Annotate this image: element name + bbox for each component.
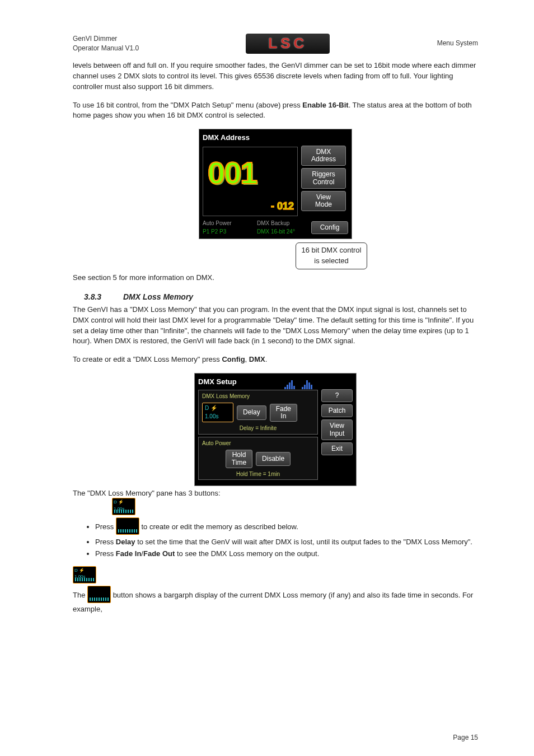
b1b: to create or edit the memory as describe…	[139, 522, 298, 531]
b3a: Press	[95, 549, 116, 558]
status-dmx-backup-title: DMX Backup	[257, 220, 311, 228]
btn-delay[interactable]: Delay	[237, 405, 266, 419]
bullet-list: Press D ⚡ 1.00s to create or edit the me…	[73, 519, 478, 559]
status-auto-power-title: Auto Power	[203, 220, 257, 228]
btn-hold-time[interactable]: Hold Time	[226, 450, 252, 468]
inline-mini-icon-inline: D ⚡ 1.00s	[87, 586, 111, 603]
dmx-display: 001 - 012	[203, 147, 298, 216]
section-heading: 3.8.3 DMX Loss Memory	[73, 291, 478, 302]
p5d-bold: DMX	[249, 355, 265, 363]
inline-mini-icon-bottom: D ⚡ 1.00s	[73, 566, 96, 584]
logo-text: LSC	[268, 33, 307, 54]
paragraph-levels: levels between off and full on. If you r…	[73, 60, 478, 92]
screenshot-dmx-address: DMX Address 001 - 012 DMX Address Rigger…	[199, 129, 352, 239]
bullet-1: Press D ⚡ 1.00s to create or edit the me…	[95, 519, 478, 536]
btn-patch[interactable]: Patch	[321, 404, 353, 417]
screenshot-dmx-setup: DMX Setup DMX Loss Memory D ⚡ 1.00s Dela…	[194, 373, 357, 486]
brand-logo: LSC	[246, 34, 330, 54]
shot1-title: DMX Address	[203, 133, 348, 143]
paragraph-see-section5: See section 5 for more information on DM…	[73, 273, 478, 283]
paragraph-create-edit: To create or edit a "DMX Loss Memory" pr…	[73, 354, 478, 365]
p5b-bold: Config	[222, 355, 245, 363]
pane1-label: DMX Loss Memory	[202, 393, 314, 401]
hold-caption: Hold Time = 1min	[202, 470, 314, 479]
btn-view-mode[interactable]: View Mode	[301, 191, 346, 211]
b2b-bold: Delay	[116, 538, 135, 546]
inline-mini-icon-b1: D ⚡ 1.00s	[116, 517, 139, 535]
p5e: .	[265, 355, 268, 363]
pane-auto-power: Auto Power Hold Time Disable Hold Time =…	[198, 437, 318, 480]
paragraph-bargraph: The D ⚡ 1.00s button shows a bargarph di…	[73, 587, 478, 615]
bullet-3: Press Fade In/Fade Out to see the DMX Lo…	[95, 549, 478, 559]
btn-fade-in[interactable]: Fade In	[270, 404, 297, 422]
btn-view-input[interactable]: View Input	[321, 419, 353, 440]
pane2-label: Auto Power	[202, 440, 314, 448]
b2c: to set the time that the GenV will wait …	[135, 538, 472, 546]
status-auto-power-vals: P1 P2 P3	[203, 228, 257, 236]
inline-mini-icon-top: D ⚡ 1.00s	[112, 498, 135, 515]
btn-config[interactable]: Config	[311, 221, 348, 234]
page-header: GenVI Dimmer Operator Manual V1.0 LSC Me…	[73, 34, 478, 54]
btn-dmx-address[interactable]: DMX Address	[301, 146, 346, 166]
b3d-bold: Fade Out	[143, 549, 175, 558]
status-dmx-backup-vals: DMX 16-bit 24°	[257, 228, 311, 236]
btn-disable[interactable]: Disable	[256, 452, 291, 466]
dmx-big-number: 001	[203, 147, 297, 189]
b2a: Press	[95, 538, 116, 546]
b3b-bold: Fade In	[116, 549, 142, 558]
bullet-2: Press Delay to set the time that the Gen…	[95, 537, 478, 548]
p5c: ,	[245, 355, 249, 363]
btn-riggers-control[interactable]: Riggers Control	[301, 168, 346, 188]
paragraph-dmx-loss-desc: The GenVI has a "DMX Loss Memory" that y…	[73, 305, 478, 347]
p7b: button shows a bargarph display of the c…	[73, 591, 473, 613]
btn-exit[interactable]: Exit	[321, 442, 353, 455]
callout-16bit: 16 bit DMX control is selected	[296, 242, 368, 269]
paragraph-enable-16bit: To use 16 bit control, from the "DMX Pat…	[73, 100, 478, 122]
p2a: To use 16 bit control, from the "DMX Pat…	[73, 101, 302, 109]
delay-caption: Delay = Infinite	[202, 424, 314, 433]
p2b-bold: Enable 16-Bit	[302, 101, 348, 109]
b3e: to see the DMX Loss memory on the output…	[175, 549, 319, 558]
section-number: 3.8.3	[84, 291, 121, 302]
header-right: Menu System	[437, 39, 478, 48]
b1a: Press	[95, 522, 116, 531]
page-number: Page 15	[453, 733, 478, 743]
dmx-dash-number: - 012	[271, 199, 294, 213]
section-title: DMX Loss Memory	[123, 292, 193, 301]
bars-icon	[284, 379, 318, 388]
pane-dmx-loss: DMX Loss Memory D ⚡ 1.00s Delay Fade In …	[198, 390, 318, 435]
header-left: GenVI Dimmer Operator Manual V1.0	[73, 34, 139, 54]
shot2-title: DMX Setup	[198, 377, 237, 388]
btn-help[interactable]: ?	[321, 389, 353, 402]
p5a: To create or edit a "DMX Loss Memory" pr…	[73, 355, 222, 363]
p7a: The	[73, 591, 87, 599]
mini-memory-button[interactable]: D ⚡ 1.00s	[202, 403, 233, 422]
